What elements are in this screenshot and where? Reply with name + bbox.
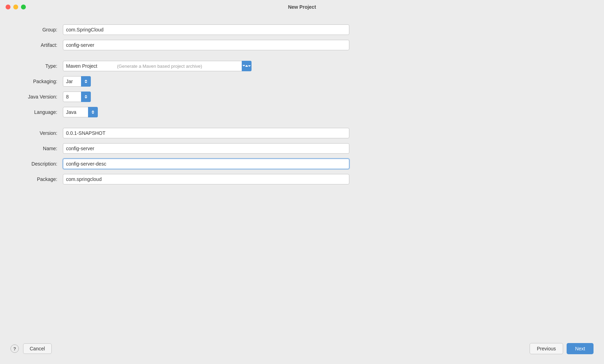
packaging-label: Packaging: xyxy=(10,79,63,84)
type-row: Type: Maven Project Gradle Project (Gene… xyxy=(10,61,594,71)
group-row: Group: xyxy=(10,24,594,35)
package-row: Package: xyxy=(10,174,594,184)
group-input[interactable] xyxy=(63,24,349,35)
name-label: Name: xyxy=(10,146,63,151)
footer-right: Previous Next xyxy=(530,343,594,354)
package-label: Package: xyxy=(10,176,63,182)
minimize-button[interactable] xyxy=(13,5,18,9)
form-area: Group: Artifact: Type: Maven Project Gra… xyxy=(10,24,594,339)
artifact-label: Artifact: xyxy=(10,42,63,48)
java-version-select[interactable]: 8 11 17 xyxy=(63,92,91,102)
description-label: Description: xyxy=(10,161,63,167)
close-button[interactable] xyxy=(6,5,10,9)
description-row: Description: xyxy=(10,159,594,169)
group-label: Group: xyxy=(10,27,63,32)
next-button[interactable]: Next xyxy=(567,343,594,354)
type-select[interactable]: Maven Project Gradle Project xyxy=(63,61,252,71)
version-input[interactable] xyxy=(63,128,349,138)
help-button[interactable]: ? xyxy=(10,344,19,353)
language-label: Language: xyxy=(10,109,63,115)
cancel-button[interactable]: Cancel xyxy=(23,343,52,354)
dialog-window: New Project Group: Artifact: Type: Maven… xyxy=(0,0,604,364)
packaging-row: Packaging: Jar War xyxy=(10,76,594,87)
packaging-select[interactable]: Jar War xyxy=(63,76,91,87)
previous-button[interactable]: Previous xyxy=(530,343,563,354)
dialog-footer: ? Cancel Previous Next xyxy=(10,339,594,357)
version-row: Version: xyxy=(10,128,594,138)
packaging-select-wrapper: Jar War xyxy=(63,76,91,87)
window-controls xyxy=(6,5,26,9)
java-version-select-wrapper: 8 11 17 xyxy=(63,92,91,102)
type-label: Type: xyxy=(10,63,63,69)
footer-left: ? Cancel xyxy=(10,343,52,354)
window-title: New Project xyxy=(288,4,316,10)
description-input[interactable] xyxy=(63,159,349,169)
name-input[interactable] xyxy=(63,143,349,154)
title-bar: New Project xyxy=(0,0,604,14)
artifact-input[interactable] xyxy=(63,40,349,50)
version-label: Version: xyxy=(10,130,63,136)
dialog-content: Group: Artifact: Type: Maven Project Gra… xyxy=(0,14,604,364)
name-row: Name: xyxy=(10,143,594,154)
java-version-label: Java Version: xyxy=(10,94,63,100)
artifact-row: Artifact: xyxy=(10,40,594,50)
maximize-button[interactable] xyxy=(21,5,26,9)
type-select-wrapper: Maven Project Gradle Project (Generate a… xyxy=(63,61,252,71)
package-input[interactable] xyxy=(63,174,349,184)
language-select[interactable]: Java Kotlin Groovy xyxy=(63,107,98,117)
language-row: Language: Java Kotlin Groovy xyxy=(10,107,594,117)
java-version-row: Java Version: 8 11 17 xyxy=(10,92,594,102)
language-select-wrapper: Java Kotlin Groovy xyxy=(63,107,98,117)
